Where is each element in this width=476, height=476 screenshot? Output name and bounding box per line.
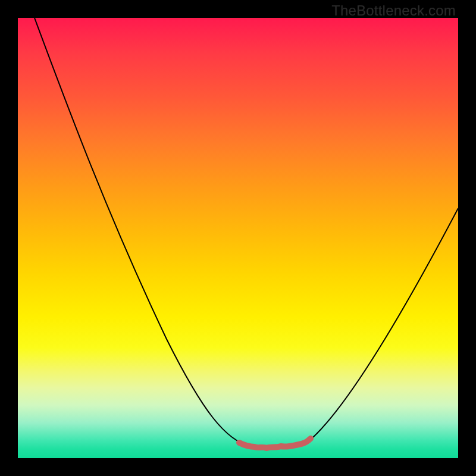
chart-frame: TheBottleneck.com bbox=[0, 0, 476, 476]
watermark-text: TheBottleneck.com bbox=[331, 2, 456, 19]
sweet-spot-marker bbox=[18, 18, 458, 458]
plot-area bbox=[18, 18, 458, 458]
sweet-spot-path bbox=[239, 439, 311, 448]
